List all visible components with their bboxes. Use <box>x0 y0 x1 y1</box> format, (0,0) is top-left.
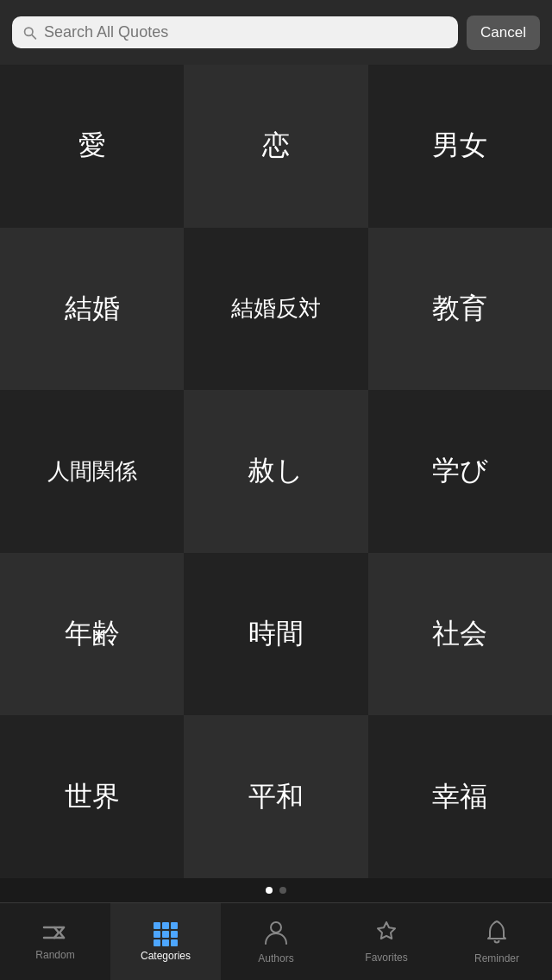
tab-bar: Random Categories Authors <box>0 902 552 980</box>
search-input-wrapper[interactable] <box>12 16 458 48</box>
category-cell-kofuku[interactable]: 幸福 <box>368 715 552 878</box>
category-cell-yurushi[interactable]: 赦し <box>184 390 367 553</box>
tab-authors-label: Authors <box>258 952 293 964</box>
category-cell-kekkon-hantai[interactable]: 結婚反対 <box>184 228 367 391</box>
page-dot-2[interactable] <box>279 887 286 894</box>
tab-categories-label: Categories <box>141 950 191 962</box>
category-cell-koi[interactable]: 恋 <box>184 65 367 228</box>
category-cell-ai[interactable]: 愛 <box>0 65 184 228</box>
category-grid: 愛 恋 男女 結婚 結婚反対 教育 人間関係 赦し 学び 年齢 時間 社会 世界… <box>0 65 552 878</box>
category-cell-manabi[interactable]: 学び <box>368 390 552 553</box>
person-icon <box>264 920 288 949</box>
page-indicator <box>0 878 552 902</box>
tab-categories[interactable]: Categories <box>110 903 221 980</box>
category-cell-jikan[interactable]: 時間 <box>184 553 367 716</box>
search-bar: Cancel <box>0 0 552 65</box>
search-input[interactable] <box>44 23 448 41</box>
category-cell-heiwa[interactable]: 平和 <box>184 715 367 878</box>
category-cell-nenrei[interactable]: 年齢 <box>0 553 184 716</box>
category-cell-danjo[interactable]: 男女 <box>368 65 552 228</box>
category-cell-sekai[interactable]: 世界 <box>0 715 184 878</box>
bell-icon <box>486 920 508 949</box>
tab-favorites-label: Favorites <box>365 952 407 964</box>
svg-line-1 <box>32 35 35 38</box>
tab-random-label: Random <box>35 949 74 961</box>
tab-authors[interactable]: Authors <box>221 903 331 980</box>
tab-reminder-label: Reminder <box>474 952 519 964</box>
category-cell-ningen-kankei[interactable]: 人間関係 <box>0 390 184 553</box>
tab-random[interactable]: Random <box>0 903 110 980</box>
tab-favorites[interactable]: Favorites <box>331 903 442 980</box>
grid-icon <box>154 922 178 946</box>
category-cell-kyoiku[interactable]: 教育 <box>368 228 552 391</box>
category-cell-shakai[interactable]: 社会 <box>368 553 552 716</box>
svg-point-2 <box>271 922 281 933</box>
page-dot-1[interactable] <box>266 887 273 894</box>
cancel-button[interactable]: Cancel <box>467 16 540 50</box>
search-icon <box>22 25 37 41</box>
tab-reminder[interactable]: Reminder <box>442 903 552 980</box>
category-cell-kekkon[interactable]: 結婚 <box>0 228 184 391</box>
star-icon <box>374 920 398 948</box>
shuffle-icon <box>42 923 68 945</box>
